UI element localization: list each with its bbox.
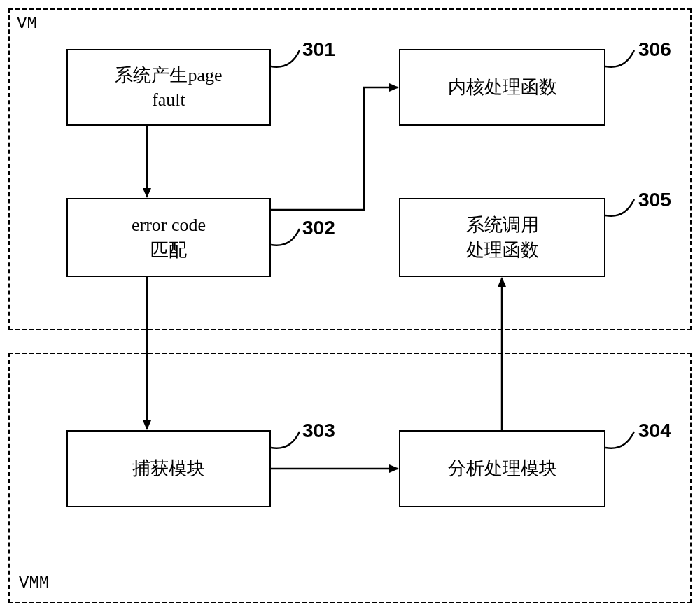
block-syscall-handler: 系统调用 处理函数 (399, 198, 606, 277)
zone-vm-label: VM (17, 14, 37, 33)
num-301: 301 (302, 38, 335, 61)
num-304: 304 (638, 420, 671, 442)
zone-vmm-label: VMM (19, 574, 49, 592)
diagram-canvas: VM VMM 系统产生page fault 301 内核处理函数 306 err… (0, 0, 700, 612)
block-page-fault: 系统产生page fault (66, 49, 271, 126)
block-error-code-match: error code 匹配 (66, 198, 271, 277)
num-303: 303 (302, 420, 335, 442)
block-kernel-handler: 内核处理函数 (399, 49, 606, 126)
block-capture-module: 捕获模块 (66, 430, 271, 507)
block-analysis-module: 分析处理模块 (399, 430, 606, 507)
num-305: 305 (638, 189, 671, 211)
num-306: 306 (638, 38, 671, 61)
num-302: 302 (302, 217, 335, 239)
